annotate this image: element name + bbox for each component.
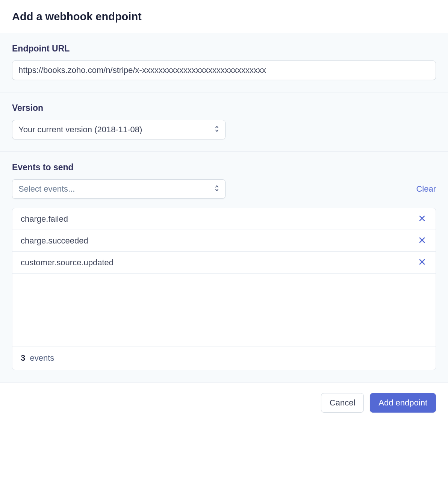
events-section: Events to send Select events... Clear ch… <box>0 152 448 383</box>
dialog-header: Add a webhook endpoint <box>0 0 448 33</box>
events-count-label: events <box>30 353 54 363</box>
events-select[interactable]: Select events... <box>12 179 226 199</box>
remove-event-button[interactable] <box>417 213 427 225</box>
event-item: charge.succeeded <box>12 230 436 252</box>
version-section: Version Your current version (2018-11-08… <box>0 92 448 152</box>
events-label: Events to send <box>12 162 436 172</box>
events-select-wrap: Select events... <box>12 179 226 199</box>
add-webhook-dialog: Add a webhook endpoint Endpoint URL Vers… <box>0 0 448 423</box>
close-icon <box>418 236 426 245</box>
event-name: customer.source.updated <box>21 258 114 268</box>
version-label: Version <box>12 103 436 113</box>
remove-event-button[interactable] <box>417 235 427 247</box>
dialog-title: Add a webhook endpoint <box>12 11 436 23</box>
dialog-footer: Cancel Add endpoint <box>0 383 448 423</box>
add-endpoint-button[interactable]: Add endpoint <box>370 393 436 413</box>
events-count: 3 <box>21 353 25 363</box>
endpoint-url-section: Endpoint URL <box>0 33 448 92</box>
event-item: customer.source.updated <box>12 252 436 274</box>
cancel-button[interactable]: Cancel <box>321 393 364 413</box>
events-count-footer: 3 events <box>12 346 436 370</box>
events-list-spacer <box>12 274 436 346</box>
version-select-wrap: Your current version (2018-11-08) <box>12 120 226 139</box>
event-name: charge.succeeded <box>21 236 88 246</box>
endpoint-url-input[interactable] <box>12 60 436 80</box>
remove-event-button[interactable] <box>417 257 427 268</box>
close-icon <box>418 215 426 223</box>
events-controls-row: Select events... Clear <box>12 179 436 199</box>
clear-events-button[interactable]: Clear <box>416 184 436 194</box>
endpoint-url-label: Endpoint URL <box>12 44 436 54</box>
selected-events-list: charge.failed charge.succeeded <box>12 208 436 370</box>
version-select[interactable]: Your current version (2018-11-08) <box>12 120 226 139</box>
event-item: charge.failed <box>12 208 436 230</box>
event-name: charge.failed <box>21 214 68 224</box>
close-icon <box>418 258 426 267</box>
